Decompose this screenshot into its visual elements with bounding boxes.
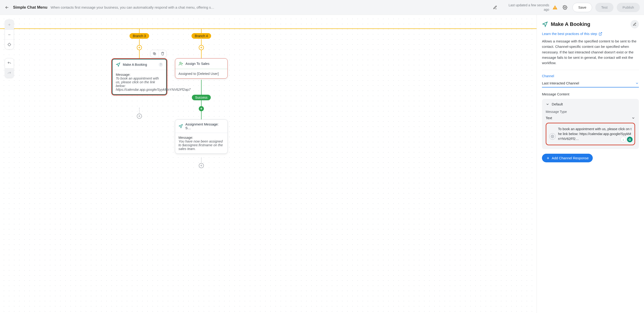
message-type-label: Message Type [546, 110, 635, 114]
branch-label: Branch 4 [195, 34, 208, 38]
connector-line [201, 158, 202, 163]
add-channel-response-button[interactable]: Add Channel Response [542, 154, 593, 162]
redo-button[interactable] [5, 68, 14, 78]
zoom-panel [5, 20, 14, 50]
emoji-picker-button[interactable] [549, 133, 556, 140]
settings-button[interactable] [561, 3, 569, 12]
send-message-icon [542, 21, 548, 27]
divider [542, 70, 639, 70]
add-step-button[interactable]: + [199, 163, 204, 168]
channel-label: Channel [542, 74, 639, 78]
publish-button[interactable]: Publish [617, 3, 640, 12]
workflow-title: Simple Chat Menu [13, 5, 47, 10]
add-channel-label: Add Channel Response [552, 156, 588, 160]
zoom-out-button[interactable] [5, 30, 14, 40]
connector-line [201, 29, 202, 33]
main-area: Branch 3 + Make A Booking ? Message: [0, 15, 644, 313]
plus-icon [546, 156, 550, 160]
undo-button[interactable] [5, 58, 14, 68]
grammarly-arrow-icon[interactable]: ↕ [620, 137, 626, 142]
history-panel [5, 58, 14, 78]
node-field-label: Message: [178, 136, 224, 139]
node-body-text: Assigned to [Deleted User] [178, 72, 218, 76]
svg-point-8 [552, 136, 552, 136]
channel-value: Last Interacted Channel [542, 81, 579, 85]
svg-point-6 [180, 62, 181, 64]
node-title: Make A Booking [123, 63, 147, 67]
chevron-down-icon [632, 116, 635, 120]
svg-point-3 [8, 43, 11, 46]
pencil-icon [493, 5, 497, 10]
outcome-label: Success [195, 96, 208, 99]
edit-step-name-button[interactable] [630, 20, 639, 29]
canvas-dot-grid [0, 15, 536, 313]
send-message-icon [116, 62, 120, 67]
add-step-button[interactable]: + [199, 45, 204, 50]
learn-more-link[interactable]: Learn the best practices of this step [542, 32, 639, 36]
connector-line [139, 50, 140, 58]
alert-triangle-icon [552, 5, 558, 10]
node-make-booking[interactable]: Make A Booking ? Message: To book an app… [111, 58, 167, 95]
chevron-down-icon [635, 81, 639, 85]
trash-icon [161, 52, 164, 56]
connector-line [139, 108, 140, 114]
outcome-pill: Success [192, 95, 211, 100]
learn-more-label: Learn the best practices of this step [542, 32, 597, 36]
plus-icon [8, 23, 11, 27]
external-link-icon [598, 32, 602, 36]
arrow-left-icon [5, 5, 9, 10]
branch-pill[interactable]: Branch 3 [130, 33, 149, 39]
branch-label: Branch 3 [133, 34, 146, 38]
panel-description: Allows a message with the specified cont… [542, 39, 639, 66]
add-step-button[interactable]: + [137, 114, 142, 119]
connector-line [201, 100, 202, 106]
warning-button[interactable] [552, 5, 558, 10]
last-updated-text: Last updated a few seconds ago [502, 3, 549, 12]
duplicate-node-button[interactable] [150, 50, 158, 57]
svg-point-2 [564, 7, 566, 8]
pencil-icon [633, 22, 636, 26]
recenter-button[interactable] [5, 40, 14, 49]
grammarly-widget: ↕ G [620, 137, 632, 142]
connector-line [201, 39, 202, 45]
trigger-line [0, 29, 536, 29]
message-content-label: Message Content [542, 92, 639, 96]
connector-line [139, 39, 140, 45]
node-assign-sales[interactable]: Assign To Sales Assigned to [Deleted Use… [175, 58, 228, 79]
node-field-label: Message: [116, 73, 163, 77]
node-actions [150, 50, 166, 57]
svg-rect-1 [555, 9, 555, 9]
step-details-panel: Make A Booking Learn the best practices … [537, 15, 644, 313]
workflow-canvas[interactable]: Branch 3 + Make A Booking ? Message: [0, 15, 537, 313]
help-icon[interactable]: ? [159, 63, 163, 67]
default-response-card: Default Message Type Text To book an app… [542, 99, 639, 149]
message-text-input[interactable]: To book an appointment with us, please c… [546, 123, 635, 145]
chevron-down-icon [546, 102, 550, 106]
workflow-description: When contacts first message your busines… [50, 5, 488, 9]
gear-icon [563, 5, 567, 10]
message-type-select[interactable]: Text [546, 116, 635, 120]
branch-pill[interactable]: Branch 4 [192, 33, 211, 39]
copy-icon [152, 52, 156, 56]
zoom-in-button[interactable] [5, 20, 14, 30]
grammarly-g-icon[interactable]: G [627, 137, 632, 142]
add-step-button[interactable]: + [199, 106, 204, 111]
back-button[interactable] [4, 5, 10, 10]
top-bar: Simple Chat Menu When contacts first mes… [0, 0, 644, 15]
delete-node-button[interactable] [158, 50, 166, 57]
node-message-preview: You have now been assigned to $assignee.… [178, 139, 223, 151]
minus-icon [8, 33, 11, 37]
save-button[interactable]: Save [572, 3, 592, 12]
channel-select[interactable]: Last Interacted Channel [542, 80, 639, 88]
rename-button[interactable] [491, 3, 499, 12]
add-step-button[interactable]: + [137, 45, 142, 50]
connector-line [139, 29, 140, 33]
redo-icon [7, 71, 12, 75]
svg-point-7 [551, 135, 554, 138]
test-button[interactable]: Test [595, 3, 614, 12]
connector-line [201, 111, 202, 120]
message-type-value: Text [546, 116, 552, 120]
collapse-toggle[interactable]: Default [546, 102, 635, 106]
node-assignment-message[interactable]: Assignment Message: S… Message: You have… [175, 119, 228, 154]
default-label: Default [552, 102, 563, 106]
